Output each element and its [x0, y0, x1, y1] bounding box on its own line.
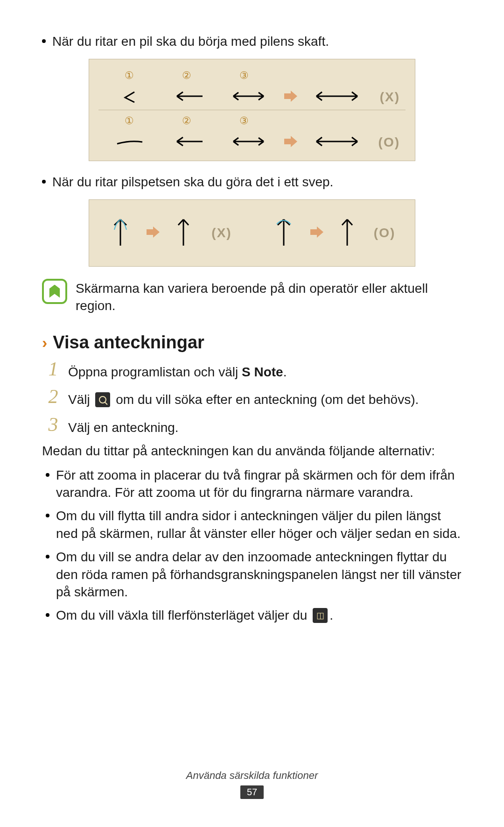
result-icon	[308, 89, 364, 105]
bullet-icon	[46, 473, 49, 477]
info-text: Skärmarna kan variera beroende på din op…	[76, 279, 462, 315]
bullet-text: Om du vill se andra delar av den inzooma…	[56, 548, 462, 601]
page-number: 57	[240, 785, 264, 799]
step-text: Välj en anteckning.	[68, 415, 179, 437]
result-icon	[308, 134, 364, 150]
step-marker: ③	[218, 115, 270, 127]
step-marker: ②	[161, 70, 212, 82]
result-icon	[174, 216, 193, 250]
chevron-icon: ›	[42, 333, 47, 352]
footer-text: Använda särskilda funktioner	[0, 770, 504, 782]
label-x: (X)	[372, 90, 400, 105]
orange-arrow-icon	[308, 225, 325, 241]
bullet-icon	[42, 180, 46, 184]
stroke-icon	[104, 134, 155, 150]
bullet-text: Om du vill växla till flerfönsterläget v…	[56, 607, 462, 624]
bullet-text: För att zooma in placerar du två fingrar…	[56, 467, 462, 502]
orange-arrow-icon	[282, 134, 299, 150]
step-marker: ①	[104, 70, 155, 82]
multiwindow-icon: ◫	[313, 608, 328, 623]
stroke-icon	[222, 89, 273, 105]
bullet-icon	[42, 39, 46, 43]
label-o: (O)	[367, 226, 395, 240]
step-text: Öppna programlistan och välj S Note.	[68, 359, 287, 381]
orange-arrow-icon	[145, 225, 161, 241]
step-marker: ③	[218, 70, 270, 82]
info-note: Skärmarna kan variera beroende på din op…	[42, 279, 462, 315]
section-heading: › Visa anteckningar	[42, 332, 462, 353]
bullet-item: När du ritar en pil ska du börja med pil…	[42, 33, 462, 50]
label-x: (X)	[204, 226, 232, 240]
bullet-item: Om du vill se andra delar av den inzooma…	[42, 548, 462, 601]
step-number: 3	[42, 415, 64, 434]
bullet-icon	[46, 613, 49, 617]
stroke-icon	[163, 134, 214, 150]
bullet-text: Om du vill flytta till andra sidor i ant…	[56, 507, 462, 543]
section-title: Visa anteckningar	[53, 332, 204, 353]
step-item: 3 Välj en anteckning.	[42, 415, 462, 437]
bullet-item: Om du vill flytta till andra sidor i ant…	[42, 507, 462, 543]
bullet-icon	[46, 514, 49, 517]
bullet-text: När du ritar pilspetsen ska du göra det …	[52, 173, 462, 191]
bullet-item: När du ritar pilspetsen ska du göra det …	[42, 173, 462, 191]
step-item: 2 Välj om du vill söka efter en anteckni…	[42, 387, 462, 409]
result-icon	[338, 216, 357, 250]
step-marker: ②	[161, 115, 212, 127]
stroke-icon	[163, 89, 214, 105]
note-icon	[42, 279, 67, 304]
bullet-item: För att zooma in placerar du två fingrar…	[42, 467, 462, 502]
orange-arrow-icon	[282, 89, 299, 105]
step-text: Välj om du vill söka efter en anteckning…	[68, 387, 419, 409]
bullet-text: När du ritar en pil ska du börja med pil…	[52, 33, 462, 50]
stroke-icon	[222, 134, 273, 150]
paragraph: Medan du tittar på anteckningen kan du a…	[42, 442, 462, 460]
search-icon	[95, 392, 110, 407]
step-marker: ①	[104, 115, 155, 127]
step-number: 2	[42, 387, 64, 406]
page-footer: Använda särskilda funktioner 57	[0, 770, 504, 799]
diagram-arrowhead: (X) (O)	[89, 199, 415, 267]
bullet-item: Om du vill växla till flerfönsterläget v…	[42, 607, 462, 624]
stroke-icon	[272, 216, 295, 250]
step-number: 1	[42, 359, 64, 379]
stroke-icon	[109, 216, 132, 250]
stroke-icon	[104, 89, 155, 105]
label-o: (O)	[372, 135, 400, 150]
diagram-arrow-shaft: ① ② ③ (X) ① ② ③	[89, 59, 415, 161]
step-item: 1 Öppna programlistan och välj S Note.	[42, 359, 462, 381]
bullet-icon	[46, 555, 49, 558]
